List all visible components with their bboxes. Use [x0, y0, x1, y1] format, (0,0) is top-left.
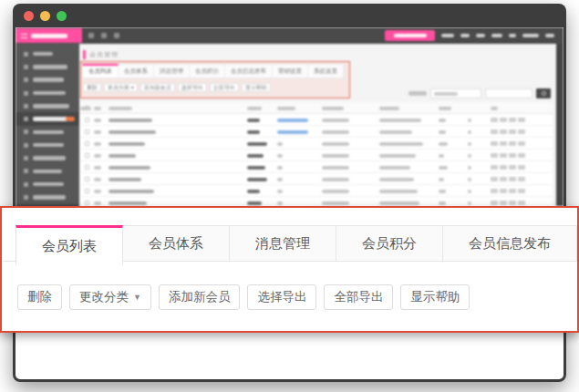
row-checkbox[interactable] — [85, 153, 89, 158]
column-header[interactable] — [94, 107, 101, 111]
topbar-link-4[interactable] — [509, 34, 516, 37]
action-button-2[interactable] — [509, 165, 516, 170]
action-button-3[interactable] — [518, 129, 525, 134]
action-button-1[interactable] — [500, 189, 507, 193]
sidebar-item-5[interactable] — [16, 112, 79, 125]
bg-toolbar-button-4[interactable]: 全部导出 — [210, 83, 239, 92]
action-button-0[interactable] — [491, 141, 498, 146]
action-button-0[interactable] — [491, 153, 498, 158]
sidebar-item-3[interactable] — [16, 87, 79, 99]
bg-toolbar-button-1[interactable]: 更改分类 ▾ — [104, 83, 138, 92]
action-button-2[interactable] — [509, 189, 516, 193]
topbar-link-6[interactable] — [545, 34, 554, 37]
action-button-0[interactable] — [491, 177, 498, 181]
refresh-icon[interactable] — [88, 33, 94, 38]
column-header[interactable] — [247, 107, 262, 111]
column-header[interactable] — [439, 107, 451, 111]
magnified-tab-2[interactable]: 消息管理 — [230, 225, 336, 262]
bg-toolbar-button-0[interactable]: 删除 — [83, 83, 101, 92]
row-checkbox[interactable] — [85, 141, 89, 146]
bg-tab-5[interactable]: 营销设置 — [273, 64, 308, 78]
column-header[interactable] — [379, 107, 399, 111]
minimize-button[interactable] — [40, 11, 50, 21]
action-button-0[interactable] — [491, 165, 498, 170]
sidebar-item-0[interactable] — [16, 47, 79, 60]
column-header[interactable] — [109, 107, 132, 111]
action-button-3[interactable] — [518, 153, 525, 158]
magnified-button-3[interactable]: 选择导出 — [247, 284, 316, 310]
window-scrollbar[interactable] — [556, 44, 563, 206]
magnified-button-4[interactable]: 全部导出 — [324, 284, 393, 310]
magnified-button-5[interactable]: 显示帮助 — [400, 284, 470, 310]
action-button-0[interactable] — [491, 129, 498, 134]
topbar-link-2[interactable] — [476, 34, 485, 37]
magnified-tab-4[interactable]: 会员信息发布 — [443, 225, 577, 262]
bg-tab-4[interactable]: 会员信息发布 — [225, 64, 273, 78]
topbar-primary-button[interactable] — [385, 30, 435, 41]
action-button-0[interactable] — [491, 189, 498, 193]
bg-tab-6[interactable]: 系统设置 — [308, 64, 344, 78]
sidebar-item-8[interactable] — [16, 151, 79, 164]
bg-tab-1[interactable]: 会员体系 — [119, 64, 154, 78]
magnified-tab-1[interactable]: 会员体系 — [123, 225, 230, 262]
topbar-link-5[interactable] — [522, 34, 539, 37]
action-button-1[interactable] — [500, 118, 507, 122]
action-button-1[interactable] — [500, 141, 507, 146]
topbar-link-3[interactable] — [491, 34, 502, 37]
action-button-3[interactable] — [518, 201, 525, 205]
row-checkbox[interactable] — [85, 189, 89, 193]
action-button-1[interactable] — [500, 165, 507, 170]
search-input[interactable] — [485, 88, 532, 98]
magnified-button-1[interactable]: 更改分类▼ — [69, 284, 151, 310]
action-button-3[interactable] — [518, 165, 525, 170]
email-link[interactable] — [277, 130, 308, 135]
search-button[interactable] — [536, 88, 551, 98]
zoom-button[interactable] — [57, 11, 67, 21]
sidebar-item-11[interactable] — [16, 191, 79, 203]
bg-tab-2[interactable]: 消息管理 — [154, 64, 190, 78]
magnified-tab-3[interactable]: 会员积分 — [336, 225, 443, 262]
sidebar-item-9[interactable] — [16, 165, 79, 178]
bg-toolbar-button-5[interactable]: 显示帮助 — [242, 83, 271, 92]
bg-tab-0[interactable]: 会员列表 — [82, 64, 119, 78]
action-button-0[interactable] — [491, 118, 498, 122]
app-logo[interactable] — [16, 28, 82, 43]
magnified-button-0[interactable]: 删除 — [17, 284, 62, 310]
action-button-3[interactable] — [518, 189, 525, 193]
topbar-link-1[interactable] — [460, 34, 470, 37]
column-header[interactable] — [322, 107, 344, 111]
home-icon[interactable] — [114, 33, 119, 38]
sidebar-item-10[interactable] — [16, 178, 79, 191]
close-button[interactable] — [24, 11, 34, 21]
sidebar-item-1[interactable] — [16, 60, 79, 73]
action-button-2[interactable] — [509, 129, 516, 134]
action-button-3[interactable] — [518, 177, 525, 181]
action-button-1[interactable] — [500, 129, 507, 134]
column-header[interactable] — [277, 107, 295, 111]
action-button-2[interactable] — [509, 201, 516, 205]
row-checkbox[interactable] — [85, 129, 89, 134]
row-checkbox[interactable] — [85, 177, 89, 181]
sidebar-item-4[interactable] — [16, 99, 79, 112]
action-button-0[interactable] — [491, 201, 498, 205]
magnified-button-2[interactable]: 添加新会员 — [159, 284, 241, 310]
magnified-tab-0[interactable]: 会员列表 — [16, 225, 123, 265]
action-button-1[interactable] — [500, 201, 507, 205]
action-button-1[interactable] — [500, 177, 507, 181]
action-button-2[interactable] — [509, 177, 516, 181]
column-header[interactable] — [491, 107, 498, 111]
action-button-2[interactable] — [509, 153, 516, 158]
column-header[interactable] — [80, 107, 91, 111]
row-checkbox[interactable] — [85, 118, 89, 122]
action-button-3[interactable] — [518, 141, 525, 146]
action-button-2[interactable] — [509, 141, 516, 146]
bg-tab-3[interactable]: 会员积分 — [190, 64, 225, 78]
sidebar-item-2[interactable] — [16, 74, 79, 87]
topbar-link-0[interactable] — [441, 34, 454, 37]
bg-toolbar-button-3[interactable]: 选择导出 — [178, 83, 207, 92]
action-button-1[interactable] — [500, 153, 507, 158]
bg-toolbar-button-2[interactable]: 添加新会员 — [140, 83, 175, 92]
sidebar-item-6[interactable] — [16, 126, 79, 139]
email-link[interactable] — [277, 119, 308, 123]
action-button-2[interactable] — [509, 118, 516, 122]
